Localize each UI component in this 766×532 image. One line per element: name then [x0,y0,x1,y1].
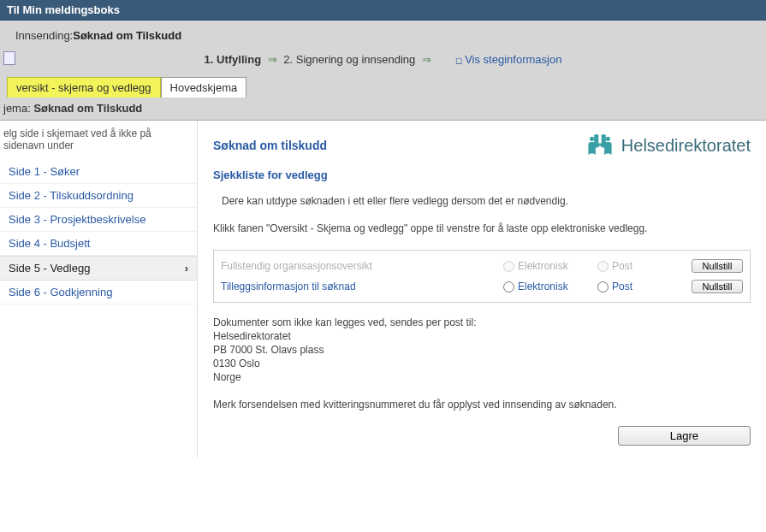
attachment-row: Fullstendig organisasjonsoversikt Elektr… [221,256,743,276]
address-intro: Dokumenter som ikke kan legges ved, send… [213,316,751,328]
address-line: PB 7000 St. Olavs plass [213,344,751,356]
step2-label: Signering og innsending [296,53,416,66]
sidebar-item-side3[interactable]: Side 3 - Prosjektbeskrivelse [0,208,197,232]
expand-icon: ◻ [455,56,462,65]
sidebar-item-side5[interactable]: Side 5 - Vedlegg › [0,256,197,281]
checklist-heading: Sjekkliste for vedlegg [213,168,751,181]
chevron-right-icon: › [185,262,188,275]
mailing-note: Merk forsendelsen med kvitteringsnummere… [213,399,751,411]
svg-point-1 [606,137,610,141]
submission-line: Innsending:Søknad om Tilskudd [7,26,759,50]
main-content: Søknad om tilskudd Helsedirektoratet Sje… [197,121,766,458]
step2-number: 2. [283,53,293,66]
top-bar: Til Min meldingsboks [0,0,766,21]
schema-value: Søknad om Tilskudd [33,102,142,115]
page-title: Søknad om tilskudd [213,139,327,152]
logo: Helsedirektoratet [585,133,751,158]
tab-overview[interactable]: versikt - skjema og vedlegg [7,77,161,98]
attachment-table: Fullstendig organisasjonsoversikt Elektr… [213,250,751,303]
address-line: 0130 Oslo [213,358,751,369]
sidebar-item-label: Side 5 - Vedlegg [9,262,90,275]
radio-post[interactable]: Post [597,281,683,293]
reset-button[interactable]: Nullstill [692,280,743,293]
sidebar: elg side i skjemaet ved å ikke på sidena… [0,121,197,458]
steps-indicator: 1. Utfylling ⇒ 2. Signering og innsendin… [0,53,766,66]
helsedirektoratet-logo-icon [585,133,615,158]
sidebar-item-side2[interactable]: Side 2 - Tilskuddsordning [0,184,197,208]
logo-text: Helsedirektoratet [621,136,751,156]
arrow-icon: ⇒ [268,53,277,66]
description-2: Klikk fanen "Oversikt - Skjema og vedleg… [213,222,751,234]
address-line: Norge [213,371,751,383]
tab-mainform[interactable]: Hovedskjema [161,77,247,98]
radio-post-input[interactable] [597,281,609,293]
step1-number: 1. [205,53,214,66]
radio-elektronisk[interactable]: Elektronisk [503,281,589,293]
sidebar-item-side4[interactable]: Side 4 - Budsjett [0,232,197,256]
mailing-address: Dokumenter som ikke kan legges ved, send… [213,316,751,383]
reset-button[interactable]: Nullstill [692,259,743,273]
schema-title-bar: jema: Søknad om Tilskudd [0,97,766,120]
header-area: Innsending:Søknad om Tilskudd 1. Utfylli… [0,21,766,97]
radio-elektronisk-input[interactable] [503,281,514,293]
tabs-row: versikt - skjema og vedleggHovedskjema [7,76,759,97]
radio-post: Post [597,260,683,272]
address-line: Helsedirektoratet [213,330,751,342]
radio-post-input [597,261,609,272]
schema-lead: jema: [3,102,31,115]
arrow-icon: ⇒ [422,53,431,66]
radio-elektronisk: Elektronisk [503,260,589,272]
sidebar-item-side1[interactable]: Side 1 - Søker [0,160,197,184]
attachment-name: Fullstendig organisasjonsoversikt [221,260,495,272]
sidebar-item-side6[interactable]: Side 6 - Godkjenning [0,281,197,304]
step1-label: Utfylling [217,53,261,66]
step-info-link[interactable]: ◻ Vis steginformasjon [455,53,562,66]
attachment-name: Tilleggsinformasjon til søknad [221,281,495,293]
description-1: Dere kan utdype søknaden i ett eller fle… [222,195,751,207]
radio-elektronisk-input [503,261,514,272]
top-bar-title: Til Min meldingsboks [7,3,120,16]
submission-label: Innsending: [15,29,73,42]
save-button[interactable]: Lagre [618,426,751,446]
submission-value: Søknad om Tilskudd [73,29,181,42]
sidebar-instruction: elg side i skjemaet ved å ikke på sidena… [0,121,197,160]
sidebar-nav: Side 1 - Søker Side 2 - Tilskuddsordning… [0,160,197,304]
svg-point-0 [590,137,594,141]
attachment-row: Tilleggsinformasjon til søknad Elektroni… [221,276,743,297]
